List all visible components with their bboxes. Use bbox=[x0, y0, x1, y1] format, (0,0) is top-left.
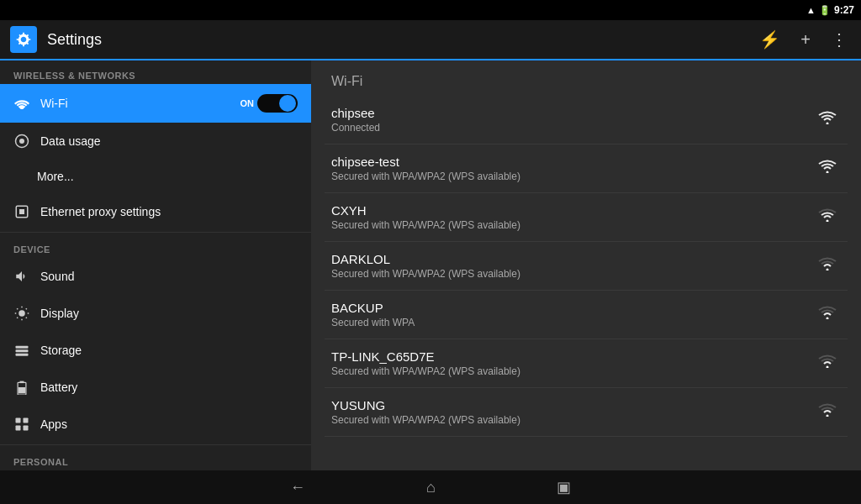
wifi-signal-icon bbox=[814, 111, 841, 129]
wifi-signal-svg bbox=[818, 354, 837, 368]
sidebar-item-storage[interactable]: Storage bbox=[0, 332, 311, 369]
wifi-network-status: Secured with WPA/WPA2 (WPS available) bbox=[331, 171, 814, 182]
wifi-label: Wi-Fi bbox=[40, 97, 68, 110]
more-button[interactable]: ⋮ bbox=[827, 26, 851, 53]
wifi-network-status: Secured with WPA/WPA2 (WPS available) bbox=[331, 414, 814, 426]
wifi-network-info: TP-LINK_C65D7ESecured with WPA/WPA2 (WPS… bbox=[331, 349, 814, 377]
svg-point-19 bbox=[827, 171, 829, 174]
sidebar-item-ethernet[interactable]: Ethernet proxy settings bbox=[0, 193, 311, 230]
settings-icon bbox=[15, 31, 32, 48]
sidebar-item-display[interactable]: Display bbox=[0, 295, 311, 332]
sound-icon bbox=[13, 268, 30, 285]
wifi-entry[interactable]: BACKUPSecured with WPA bbox=[325, 291, 848, 339]
wifi-signal-icon bbox=[814, 208, 841, 226]
top-bar: Settings ⚡ + ⋮ bbox=[0, 20, 861, 60]
wifi-entry[interactable]: chipseeConnected bbox=[325, 96, 848, 144]
wifi-entry[interactable]: CXYHSecured with WPA/WPA2 (WPS available… bbox=[325, 193, 848, 242]
bottom-nav: ← ⌂ ▣ bbox=[0, 470, 861, 504]
ethernet-icon-svg bbox=[14, 204, 29, 219]
storage-icon-svg bbox=[14, 343, 29, 358]
storage-icon bbox=[13, 342, 30, 359]
flash-button[interactable]: ⚡ bbox=[756, 26, 784, 53]
svg-rect-14 bbox=[24, 426, 29, 431]
home-button[interactable]: ⌂ bbox=[416, 475, 446, 500]
wifi-toggle[interactable]: ON bbox=[240, 94, 298, 113]
main-layout: WIRELESS & NETWORKS Wi-Fi ON bbox=[0, 60, 861, 470]
wifi-network-info: BACKUPSecured with WPA bbox=[331, 301, 814, 328]
wifi-network-info: DARKLOLSecured with WPA/WPA2 (WPS availa… bbox=[331, 252, 814, 280]
wifi-network-name: BACKUP bbox=[331, 301, 814, 315]
wifi-network-status: Secured with WPA/WPA2 (WPS available) bbox=[331, 268, 814, 280]
wifi-signal-icon bbox=[814, 160, 841, 177]
svg-point-4 bbox=[18, 310, 25, 317]
wifi-network-status: Secured with WPA/WPA2 (WPS available) bbox=[331, 365, 814, 377]
svg-rect-7 bbox=[16, 354, 29, 356]
status-bar: ▲ 🔋 9:27 bbox=[0, 0, 861, 20]
wifi-signal-svg bbox=[818, 111, 837, 124]
recent-button[interactable]: ▣ bbox=[547, 475, 581, 500]
sidebar-item-data-usage[interactable]: Data usage bbox=[0, 123, 311, 160]
wifi-network-name: chipsee-test bbox=[331, 155, 814, 169]
apps-icon bbox=[13, 416, 30, 433]
section-personal-title: PERSONAL bbox=[0, 447, 311, 470]
wifi-network-status: Connected bbox=[331, 122, 814, 134]
back-button[interactable]: ← bbox=[280, 475, 315, 500]
section-device-title: DEVICE bbox=[0, 234, 311, 258]
svg-rect-10 bbox=[18, 387, 25, 393]
wifi-entry[interactable]: chipsee-testSecured with WPA/WPA2 (WPS a… bbox=[325, 144, 848, 193]
wifi-icon bbox=[13, 95, 30, 112]
sound-icon-svg bbox=[14, 269, 29, 284]
wifi-signal-svg bbox=[818, 257, 837, 270]
wifi-network-status: Secured with WPA bbox=[331, 317, 814, 328]
data-usage-icon bbox=[13, 133, 30, 150]
battery-icon-svg bbox=[16, 380, 28, 395]
page-title: Settings bbox=[47, 31, 756, 49]
wifi-network-name: chipsee bbox=[331, 106, 814, 120]
ethernet-icon bbox=[13, 203, 30, 220]
svg-point-24 bbox=[827, 415, 829, 417]
sidebar-item-battery[interactable]: Battery bbox=[0, 369, 311, 406]
svg-rect-3 bbox=[19, 209, 24, 214]
toggle-track[interactable] bbox=[257, 94, 298, 113]
add-button[interactable]: + bbox=[797, 27, 814, 53]
wifi-status-icon: ▲ bbox=[806, 5, 816, 15]
svg-rect-6 bbox=[16, 349, 29, 352]
wifi-entry[interactable]: TP-LINK_C65D7ESecured with WPA/WPA2 (WPS… bbox=[325, 339, 848, 388]
sidebar-item-apps[interactable]: Apps bbox=[0, 406, 311, 443]
battery-status-icon: 🔋 bbox=[819, 5, 831, 16]
svg-rect-12 bbox=[24, 418, 29, 423]
svg-point-23 bbox=[827, 366, 829, 369]
wifi-entry[interactable]: YUSUNGSecured with WPA/WPA2 (WPS availab… bbox=[325, 388, 848, 437]
divider-2 bbox=[0, 444, 311, 445]
svg-point-18 bbox=[827, 123, 829, 125]
svg-rect-5 bbox=[16, 346, 29, 349]
wifi-signal-svg bbox=[818, 306, 837, 319]
wifi-signal-icon bbox=[814, 354, 841, 372]
sidebar-item-sound[interactable]: Sound bbox=[0, 258, 311, 295]
divider-1 bbox=[0, 232, 311, 233]
svg-rect-11 bbox=[16, 418, 21, 423]
svg-rect-13 bbox=[16, 426, 21, 431]
svg-point-22 bbox=[827, 318, 829, 320]
wifi-signal-svg bbox=[818, 160, 837, 173]
display-icon bbox=[13, 305, 30, 322]
display-label: Display bbox=[40, 307, 79, 320]
display-icon-svg bbox=[14, 306, 29, 321]
wifi-network-info: YUSUNGSecured with WPA/WPA2 (WPS availab… bbox=[331, 398, 814, 426]
wifi-signal-icon bbox=[814, 306, 841, 323]
status-icons: ▲ 🔋 9:27 bbox=[806, 4, 854, 16]
data-usage-label: Data usage bbox=[40, 134, 101, 148]
more-label: More... bbox=[37, 170, 74, 183]
sound-label: Sound bbox=[40, 270, 74, 283]
sidebar-item-more[interactable]: More... bbox=[0, 160, 311, 193]
wifi-network-info: chipsee-testSecured with WPA/WPA2 (WPS a… bbox=[331, 155, 814, 182]
data-icon-svg bbox=[14, 134, 29, 149]
ethernet-label: Ethernet proxy settings bbox=[40, 205, 161, 218]
svg-point-1 bbox=[19, 139, 24, 144]
sidebar-item-wifi[interactable]: Wi-Fi ON bbox=[0, 84, 311, 123]
top-bar-actions: ⚡ + ⋮ bbox=[756, 26, 851, 53]
apps-icon-svg bbox=[14, 417, 29, 432]
settings-app-icon bbox=[10, 26, 37, 53]
wifi-network-name: DARKLOL bbox=[331, 252, 814, 266]
wifi-entry[interactable]: DARKLOLSecured with WPA/WPA2 (WPS availa… bbox=[325, 242, 848, 291]
